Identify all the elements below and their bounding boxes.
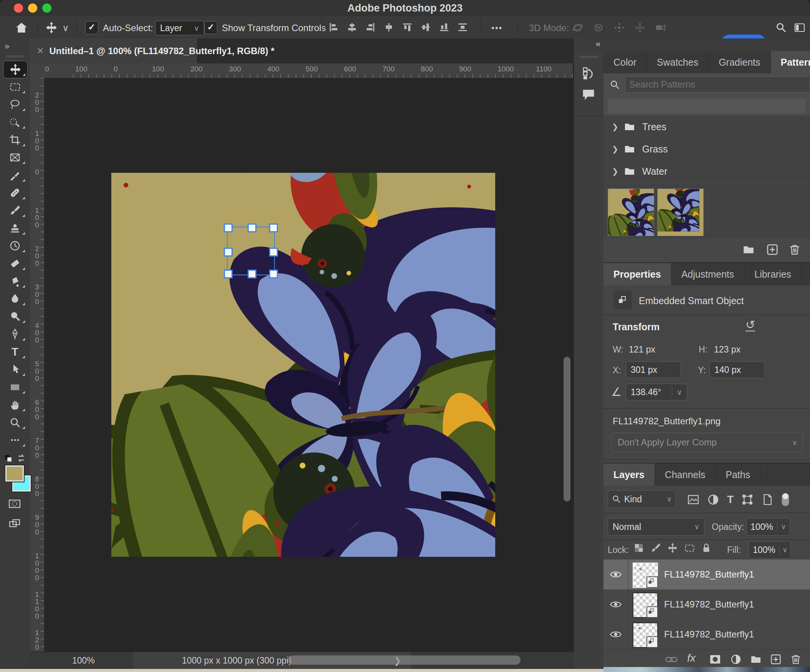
expand-tools-icon[interactable]: » [5,42,9,51]
tool-history-brush[interactable] [3,237,27,254]
angle-chevron-icon[interactable]: ∨ [672,388,687,397]
more-align-options-icon[interactable]: ••• [491,23,503,33]
tab-gradients[interactable]: Gradients [709,51,770,73]
chevron-right-icon[interactable]: ❯ [612,144,618,154]
tab-channels[interactable]: Channels [655,463,716,486]
lock-all-icon[interactable] [701,543,712,553]
collapse-dock-icon[interactable]: « [596,39,601,49]
align-right-edges-icon[interactable] [365,22,375,32]
layer-name[interactable]: FL1149782_Butterfly1 [664,559,754,589]
tab-patterns[interactable]: Patterns [771,51,810,73]
layer-filtering-toggle[interactable] [781,493,790,507]
tool-edit-toolbar[interactable] [3,432,27,449]
reset-transform-icon[interactable]: ↺ [746,319,755,331]
tool-zoom[interactable] [3,414,27,431]
align-vertical-centers-icon[interactable] [421,22,431,32]
layer-name[interactable]: FL1149782_Butterfly1 [664,589,754,620]
layer-thumbnail[interactable] [633,562,658,588]
align-left-edges-icon[interactable] [329,22,339,32]
align-bottom-edges-icon[interactable] [439,22,449,32]
tool-eyedropper[interactable] [3,167,27,184]
history-panel-icon[interactable] [582,66,596,80]
add-layer-mask-icon[interactable] [709,653,721,665]
layer-name[interactable]: FL1149782_Butterfly1 [664,620,754,649]
auto-select-checkbox[interactable]: ✓ [85,21,98,34]
transform-handle-middle-left[interactable] [224,248,233,257]
rotation-angle-input[interactable]: 138.46° ∨ [626,383,687,400]
lock-artboard-icon[interactable] [684,543,695,553]
workspace-panel-icon[interactable] [794,22,805,34]
comments-panel-icon[interactable] [582,88,596,102]
tool-rectangular-marquee[interactable] [3,78,27,95]
layer-thumbnail[interactable] [633,593,658,618]
transform-handle-top-left[interactable] [224,223,233,232]
new-group-icon[interactable] [750,653,762,665]
default-colors-icon[interactable] [4,454,13,463]
tools-grip[interactable] [6,55,24,57]
align-horizontal-centers-icon[interactable] [347,22,357,32]
tab-color[interactable]: Color [604,51,647,73]
zoom-level[interactable]: 100% [72,652,95,669]
chevron-right-icon[interactable]: ❯ [612,122,618,131]
filter-adjustment-layers-icon[interactable] [707,493,719,506]
foreground-swatch[interactable] [5,465,24,481]
transform-handle-bottom-right[interactable] [269,270,278,279]
align-top-edges-icon[interactable] [402,22,412,32]
new-layer-icon[interactable] [770,653,781,665]
new-pattern-group-icon[interactable] [742,243,755,256]
tool-pen[interactable] [3,326,27,343]
tool-object-selection[interactable] [3,114,27,130]
tab-paths[interactable]: Paths [716,463,761,486]
tool-dodge[interactable] [3,308,27,325]
show-transform-controls-checkbox[interactable]: ✓ [204,21,217,34]
vertical-scrollbar[interactable] [564,357,570,501]
tab-layers[interactable]: Layers [604,463,655,486]
filter-smart-object-layers-icon[interactable] [761,493,773,506]
layer-visibility-toggle[interactable] [604,559,628,589]
tool-crop[interactable] [3,131,27,148]
transform-handle-bottom-left[interactable] [224,270,233,279]
layer-row-2[interactable]: FL1149782_Butterfly1 [604,589,810,620]
pattern-thumbnail-1[interactable] [608,189,654,236]
filter-type-layers-icon[interactable]: T [727,493,734,506]
auto-select-target-dropdown[interactable]: Layer∨ [155,21,204,35]
x-position-input[interactable] [626,361,681,378]
screen-mode-icon[interactable] [8,518,21,530]
pattern-thumbnail-2[interactable] [657,189,704,236]
tool-preset-chevron-icon[interactable]: ∨ [62,23,69,34]
tool-path-selection[interactable] [3,361,27,378]
layer-row-1[interactable]: FL1149782_Butterfly1 [604,559,810,590]
opacity-input[interactable]: 100% ∨ [746,518,790,536]
swap-colors-icon[interactable] [16,453,26,463]
search-icon[interactable] [775,22,787,34]
fill-input[interactable]: 100% ∨ [749,541,791,559]
filter-pixel-layers-icon[interactable] [687,493,699,506]
tab-libraries[interactable]: Libraries [744,263,802,285]
tab-properties[interactable]: Properties [604,263,672,285]
transform-handle-top-right[interactable] [269,223,278,232]
lock-image-pixels-icon[interactable] [650,543,661,553]
delete-layer-icon[interactable] [790,653,802,665]
delete-pattern-icon[interactable] [788,243,801,256]
tool-clone-stamp[interactable] [3,219,27,236]
tool-rectangle[interactable] [3,378,27,395]
distribute-vertical-icon[interactable] [457,22,467,32]
home-icon[interactable] [15,22,28,34]
layer-effects-icon[interactable]: fx [687,652,695,664]
blend-mode-dropdown[interactable]: Normal ∨ [608,518,704,536]
tool-type[interactable]: T [3,343,27,360]
close-tab-icon[interactable]: ✕ [37,46,44,56]
distribute-horizontal-icon[interactable] [384,22,394,32]
layer-filter-kind-dropdown[interactable]: Kind ∨ [608,490,676,508]
add-pattern-icon[interactable] [766,243,778,256]
quick-mask-icon[interactable] [8,498,21,510]
tab-swatches[interactable]: Swatches [647,51,709,73]
lock-transparent-pixels-icon[interactable] [633,543,644,553]
layer-thumbnail[interactable] [633,623,658,648]
layer-visibility-toggle[interactable] [604,589,628,620]
tool-paint-bucket[interactable] [3,273,27,290]
document-viewport[interactable] [44,78,573,652]
canvas[interactable] [111,173,495,557]
link-layers-icon[interactable] [665,655,678,664]
pattern-folder-trees[interactable]: ❯ Trees [604,116,810,138]
